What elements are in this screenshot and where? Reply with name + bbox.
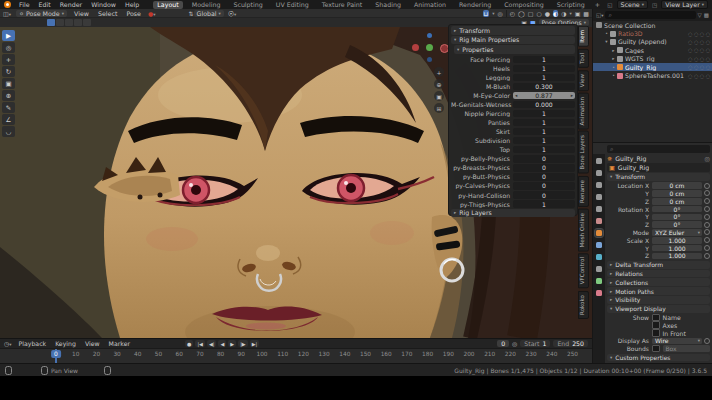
viewport-disable-icon[interactable]: ◌: [700, 64, 704, 70]
current-frame-field[interactable]: 0: [497, 340, 509, 348]
rig-property-slider[interactable]: 1: [513, 110, 575, 117]
hide-icon[interactable]: ◌: [694, 47, 698, 53]
expander-icon[interactable]: •: [603, 31, 610, 36]
render-disable-icon[interactable]: ◌: [706, 56, 710, 62]
rig-property-slider[interactable]: 0: [513, 155, 575, 162]
panel-header-delta-transform[interactable]: ▸Delta Transform: [607, 261, 710, 269]
outliner-root-row[interactable]: Scene Collection: [593, 21, 712, 29]
custom-properties-panel-header[interactable]: ▾Custom Properties: [607, 354, 710, 362]
show-gizmo-icon[interactable]: ◴: [510, 10, 515, 17]
menu-render[interactable]: Render: [58, 1, 84, 8]
selectable-icon[interactable]: ◌: [688, 64, 692, 70]
animate-dot-icon[interactable]: [704, 214, 710, 220]
checkbox-in-front[interactable]: [652, 329, 660, 337]
material-tab[interactable]: [595, 289, 603, 297]
object-tab[interactable]: [595, 229, 603, 237]
rig-property-slider[interactable]: 1: [513, 119, 575, 126]
view-layer-tab[interactable]: [595, 193, 603, 201]
perspective-toggle-icon[interactable]: ⊞: [434, 103, 444, 113]
sidebar-tab-bone-layers[interactable]: Bone Layers: [578, 131, 589, 174]
render-tab[interactable]: [595, 169, 603, 177]
panel-header-visibility[interactable]: ▸Visibility: [607, 296, 710, 304]
rig-property-slider[interactable]: ◂▸0.877: [513, 92, 575, 99]
panel-header-collections[interactable]: ▸Collections: [607, 278, 710, 286]
scene-tab[interactable]: [595, 205, 603, 213]
rig-property-slider[interactable]: 0: [513, 173, 575, 180]
outliner-options-icon[interactable]: ▩: [704, 12, 709, 18]
outliner-row-cages[interactable]: ▸Cages◌◌◌◌: [593, 46, 712, 54]
rig-property-slider[interactable]: 0: [513, 182, 575, 189]
hide-icon[interactable]: ◌: [694, 39, 698, 45]
properties-section-header[interactable]: ▾Properties: [454, 45, 575, 54]
axis-y-icon[interactable]: [426, 44, 433, 51]
pin-icon[interactable]: ◎: [705, 155, 710, 162]
keying-set-icon[interactable]: ◎: [512, 340, 517, 347]
hide-icon[interactable]: ◌: [694, 56, 698, 62]
add-workspace-button[interactable]: +: [595, 1, 600, 8]
annotate-tool[interactable]: ✎: [2, 102, 15, 113]
transform-tool[interactable]: ⊕: [2, 90, 15, 101]
selectable-icon[interactable]: ◌: [688, 39, 692, 45]
rotate-tool[interactable]: ↻: [2, 66, 15, 77]
workspace-tab-uv-editing[interactable]: UV Editing: [272, 1, 313, 9]
workspace-tab-scripting[interactable]: Scripting: [553, 1, 589, 9]
sidebar-tab-rename[interactable]: Rename: [578, 176, 589, 207]
rig-layers-section-header[interactable]: ▸Rig Layers: [451, 209, 575, 218]
workspace-tab-sculpting[interactable]: Sculpting: [229, 1, 266, 9]
field-value[interactable]: 1.000: [652, 253, 702, 260]
axis-x-icon[interactable]: [412, 44, 419, 51]
output-tab[interactable]: [595, 181, 603, 189]
animate-dot-icon[interactable]: [704, 183, 710, 189]
menu-marker[interactable]: Marker: [107, 340, 132, 347]
animate-dot-icon[interactable]: [704, 237, 710, 243]
sidebar-tab-rokoko[interactable]: Rokoko: [578, 291, 589, 319]
panel-header-motion-paths[interactable]: ▸Motion Paths: [607, 287, 710, 295]
expander-icon[interactable]: •: [610, 65, 617, 70]
proportional-edit-icon[interactable]: ◎: [498, 10, 503, 17]
expander-icon[interactable]: ▸: [610, 56, 617, 61]
rig-property-slider[interactable]: 0: [513, 191, 575, 198]
shading-solid-icon[interactable]: ●: [545, 10, 550, 17]
cursor-tool[interactable]: ◎: [2, 42, 15, 53]
bounds-checkbox[interactable]: [652, 345, 660, 353]
transform-section-header[interactable]: ▸Transform: [451, 26, 575, 35]
menu-help[interactable]: Help: [123, 1, 141, 8]
rig-property-slider[interactable]: 1: [513, 200, 575, 207]
timeline-ruler[interactable]: 0 10203040506070809010011012013014015016…: [0, 348, 592, 364]
checkbox-axes[interactable]: [652, 321, 660, 329]
jump-end-button[interactable]: ▶|: [250, 340, 260, 347]
outliner-display-mode-icon[interactable]: ◱▾: [596, 12, 603, 18]
rig-property-slider[interactable]: 1: [513, 65, 575, 72]
field-value[interactable]: 0°: [652, 214, 702, 221]
render-disable-icon[interactable]: ◌: [706, 73, 710, 79]
animate-dot-icon[interactable]: [704, 245, 710, 251]
viewport-disable-icon[interactable]: ◌: [700, 39, 704, 45]
field-value[interactable]: 0 cm: [652, 182, 702, 189]
shading-rendered-icon[interactable]: ◑: [561, 10, 566, 17]
viewport-disable-icon[interactable]: ◌: [700, 47, 704, 53]
mode-dropdown[interactable]: XYZ Euler▾: [652, 229, 702, 236]
selectable-icon[interactable]: ◌: [688, 31, 692, 37]
animate-dot-icon[interactable]: [704, 229, 710, 235]
render-disable-icon[interactable]: ◌: [706, 39, 710, 45]
workspace-tab-animation[interactable]: Animation: [410, 1, 450, 9]
zoom-icon[interactable]: +: [434, 67, 444, 77]
outliner-row-spheretashers-001[interactable]: •SphereTashers.001◌◌◌◌: [593, 71, 712, 79]
animate-dot-icon[interactable]: [704, 198, 710, 204]
animate-dot-icon[interactable]: [704, 206, 710, 212]
axis-z-neg-icon[interactable]: [427, 57, 432, 62]
record-button[interactable]: ●: [185, 340, 193, 347]
selectable-icon[interactable]: ◌: [688, 73, 692, 79]
rig-main-properties-section-header[interactable]: ▾Rig Main Properties: [451, 36, 575, 45]
frame-start-field[interactable]: Start1: [520, 340, 550, 348]
rig-property-slider[interactable]: 1: [513, 74, 575, 81]
navigation-gizmo[interactable]: + ⊕ ▣ ⊞: [408, 33, 452, 143]
breakdowner-tool[interactable]: ◡: [2, 126, 15, 137]
menu-window[interactable]: Window: [89, 1, 118, 8]
pan-icon[interactable]: ⊕: [434, 79, 444, 89]
menu-select[interactable]: Select: [96, 10, 119, 17]
field-value[interactable]: 0°: [652, 206, 702, 213]
axis-z-icon[interactable]: [427, 33, 432, 38]
blender-logo-icon[interactable]: [4, 1, 11, 8]
bounds-dropdown[interactable]: Box: [663, 345, 711, 352]
